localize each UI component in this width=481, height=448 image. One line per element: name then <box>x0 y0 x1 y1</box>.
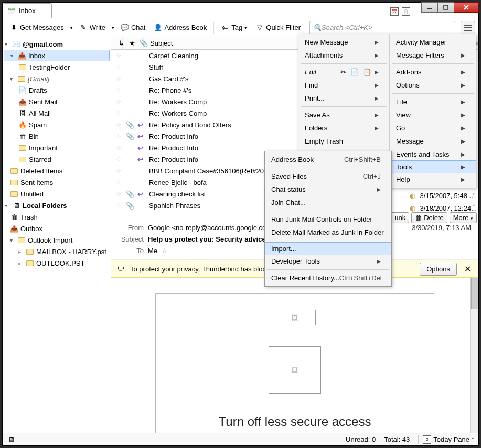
menu-item-help[interactable]: Help▶ <box>390 173 476 186</box>
col-attachment[interactable]: 📎 <box>136 37 144 49</box>
menu-item-add-ons[interactable]: Add-ons▶ <box>390 65 476 79</box>
star-icon[interactable]: ☆ <box>114 167 123 175</box>
menu-item-new-message[interactable]: New Message▶ <box>298 36 389 49</box>
status-icon[interactable]: 🖥 <box>7 435 15 444</box>
folder-bin[interactable]: 🗑Bin <box>3 130 111 142</box>
col-star[interactable]: ★ <box>126 37 133 49</box>
menu-item-message[interactable]: Message▶ <box>390 135 476 148</box>
star-icon[interactable]: ☆ <box>162 247 168 255</box>
quick-filter-button[interactable]: ▽ Quick Filter <box>252 21 304 35</box>
menu-item-empty-trash[interactable]: Empty Trash <box>298 135 389 148</box>
star-icon[interactable]: ☆ <box>114 156 123 163</box>
menu-shortcut: Ctrl+Shift+B <box>344 156 381 163</box>
menu-label: New Message <box>305 38 348 46</box>
write-button[interactable]: ✎ Write <box>76 21 109 35</box>
folder-untitled[interactable]: Untitled <box>3 188 111 200</box>
address-book-button[interactable]: 👤 Address Book <box>150 21 210 35</box>
menu-item-attachments: Attachments▶ <box>298 49 389 62</box>
menu-item-developer-tools[interactable]: Developer Tools▶ <box>265 255 391 268</box>
folder-gmail[interactable]: ▾[Gmail] <box>3 73 111 84</box>
star-icon[interactable]: ☆ <box>114 75 123 83</box>
folder-outbox[interactable]: 📤Outbox <box>3 223 111 234</box>
star-icon[interactable]: ☆ <box>114 202 123 210</box>
folder-spam[interactable]: 🔥Spam <box>3 119 111 130</box>
close-button[interactable] <box>454 2 479 13</box>
get-messages-dropdown[interactable]: ▾ <box>69 23 74 33</box>
menu-label: Go <box>396 124 405 132</box>
menu-item-file[interactable]: File▶ <box>390 95 476 108</box>
folder-testing[interactable]: TestingFolder <box>3 61 111 73</box>
drafts-icon: 📄 <box>18 86 27 94</box>
menu-item-saved-files[interactable]: Saved FilesCtrl+J <box>265 170 391 183</box>
options-button[interactable]: Options <box>420 263 457 276</box>
star-icon[interactable]: ☆ <box>114 144 123 152</box>
folder-starred[interactable]: Starred <box>3 154 111 165</box>
folder-trash[interactable]: 🗑Trash <box>3 211 111 223</box>
menu-item-events-and-tasks[interactable]: Events and Tasks▶ <box>390 148 476 161</box>
col-thread[interactable]: ↳ <box>115 37 123 49</box>
minimize-button[interactable] <box>421 2 438 13</box>
folder-important[interactable]: Important <box>3 142 111 154</box>
menu-item-tools[interactable]: Tools▶ <box>390 160 476 173</box>
chevron-right-icon: ▶ <box>461 69 465 75</box>
trash-icon: 🗑 <box>415 214 422 222</box>
chevron-right-icon: ▶ <box>461 151 465 157</box>
menu-item-delete-mail-marked-as-junk-in-folder[interactable]: Delete Mail Marked as Junk in Folder <box>265 226 391 239</box>
get-messages-button[interactable]: ⬇ Get Messages <box>6 21 68 35</box>
star-icon[interactable]: ☆ <box>114 190 123 198</box>
folder-all-mail[interactable]: 🗄All Mail <box>3 107 111 119</box>
maximize-button[interactable] <box>437 2 454 13</box>
preview-body[interactable]: 🖼 🖼 Turn off less secure access <box>111 278 478 433</box>
star-icon[interactable]: ☆ <box>114 110 123 117</box>
status-total: Total: 43 <box>384 435 410 443</box>
star-icon[interactable]: ☆ <box>114 179 123 187</box>
folder-mailbox-harry[interactable]: ▸MAILBOX - HARRY.pst <box>3 246 111 257</box>
folder-outlook-pst[interactable]: ▸OUTLOOK.PST <box>3 257 111 269</box>
write-dropdown[interactable]: ▾ <box>110 23 116 33</box>
menu-label: Events and Tasks <box>396 150 450 158</box>
star-icon[interactable]: ☆ <box>114 63 123 71</box>
junk-button[interactable]: unk <box>391 212 409 223</box>
local-folders-node[interactable]: ▾🖥Local Folders <box>3 200 111 211</box>
menu-item-address-book[interactable]: Address BookCtrl+Shift+B <box>265 153 391 166</box>
menu-item-import[interactable]: Import... <box>265 242 391 255</box>
menu-item-join-chat[interactable]: Join Chat... <box>265 196 391 209</box>
app-menu-button[interactable] <box>461 21 475 35</box>
folder-inbox[interactable]: ▾📥Inbox <box>4 50 110 61</box>
star-icon[interactable]: ☆ <box>114 52 123 60</box>
folder-sent-mail[interactable]: 📤Sent Mail <box>3 96 111 107</box>
menu-item-folders[interactable]: Folders▶ <box>298 122 389 135</box>
scrollbar[interactable] <box>470 278 478 433</box>
menu-item-activity-manager[interactable]: Activity Manager <box>390 36 476 49</box>
folder-sent-items[interactable]: Sent Items <box>3 177 111 188</box>
close-icon[interactable]: ✕ <box>462 264 473 274</box>
menu-item-run-junk-mail-controls-on-folder[interactable]: Run Junk Mail Controls on Folder <box>265 213 391 226</box>
star-icon[interactable]: ☆ <box>114 133 123 140</box>
menu-item-clear-recent-history[interactable]: Clear Recent History...Ctrl+Shift+Del <box>265 271 391 285</box>
star-icon[interactable]: ☆ <box>114 98 123 106</box>
star-icon[interactable]: ☆ <box>114 86 123 94</box>
account-node[interactable]: ▾✉️@gmail.com <box>3 38 111 50</box>
pencil-icon: ✎ <box>79 24 88 32</box>
archive-icon: 🗄 <box>18 109 27 117</box>
today-pane-button[interactable]: 2 Today Pane ˄ <box>418 435 474 444</box>
folder-drafts[interactable]: 📄Drafts <box>3 84 111 96</box>
chat-button[interactable]: 💬 Chat <box>117 21 149 35</box>
folder-deleted[interactable]: Deleted Items <box>3 165 111 177</box>
menu-item-view[interactable]: View▶ <box>390 108 476 122</box>
more-button[interactable]: More ▾ <box>450 212 477 223</box>
menu-item-go[interactable]: Go▶ <box>390 122 476 135</box>
menu-item-message-filters[interactable]: Message Filters▶ <box>390 49 476 62</box>
delete-button[interactable]: 🗑Delete <box>411 212 447 223</box>
folder-outlook-import[interactable]: ▾Outlook Import <box>3 234 111 246</box>
menu-item-chat-status[interactable]: Chat status▶ <box>265 183 391 196</box>
menu-item-save-as[interactable]: Save As▶ <box>298 108 389 122</box>
menu-item-find[interactable]: Find▶ <box>298 79 389 92</box>
attachment-icon: 📎 <box>126 202 133 210</box>
chevron-right-icon: ▶ <box>375 112 379 118</box>
menu-item-options[interactable]: Options▶ <box>390 79 476 92</box>
search-input[interactable]: 🔍 Search <Ctrl+K> <box>309 21 455 35</box>
star-icon[interactable]: ☆ <box>114 121 123 129</box>
tag-button[interactable]: 🏷 Tag ▾ <box>217 21 251 35</box>
menu-item-print[interactable]: Print...▶ <box>298 92 389 105</box>
